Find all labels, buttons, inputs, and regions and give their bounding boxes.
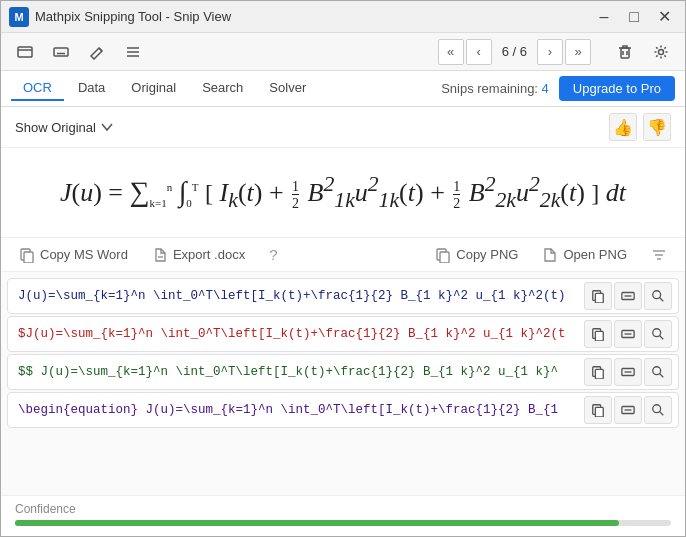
nav-count: 6 / 6	[494, 44, 535, 59]
copy-icon	[19, 247, 35, 263]
nav-last-button[interactable]: »	[565, 39, 591, 65]
svg-rect-19	[440, 252, 449, 263]
result-row: \begin{equation} J(u)=\sum_{k=1}^n \int_…	[7, 392, 679, 428]
show-original-bar: Show Original 👍 👎	[1, 107, 685, 148]
svg-rect-42	[595, 407, 603, 417]
svg-rect-16	[24, 252, 33, 263]
copy-png-icon	[435, 247, 451, 263]
confidence-bar-fill	[15, 520, 619, 526]
export-docx-button[interactable]: Export .docx	[148, 245, 249, 265]
title-bar: M Mathpix Snipping Tool - Snip View – □ …	[1, 1, 685, 33]
result-actions-4	[578, 396, 678, 424]
tab-original[interactable]: Original	[119, 76, 188, 101]
filter-icon	[651, 247, 667, 263]
result-row: $J(u)=\sum_{k=1}^n \int_0^T\left[I_k(t)+…	[7, 316, 679, 352]
settings-button[interactable]	[647, 38, 675, 66]
copy-png-label: Copy PNG	[456, 247, 518, 262]
result-text-3: $$ J(u)=\sum_{k=1}^n \int_0^T\left[I_k(t…	[8, 357, 578, 387]
nav-controls: « ‹ 6 / 6 › »	[438, 39, 591, 65]
result-search-2[interactable]	[644, 320, 672, 348]
tab-ocr[interactable]: OCR	[11, 76, 64, 101]
open-png-label: Open PNG	[563, 247, 627, 262]
copy-png-button[interactable]: Copy PNG	[431, 245, 522, 265]
edit-button[interactable]	[83, 38, 111, 66]
delete-button[interactable]	[611, 38, 639, 66]
nav-prev-button[interactable]: ‹	[466, 39, 492, 65]
toolbar-right	[611, 38, 675, 66]
result-actions-3	[578, 358, 678, 386]
toolbar: « ‹ 6 / 6 › »	[1, 33, 685, 71]
svg-line-34	[660, 336, 664, 340]
copy-ms-word-button[interactable]: Copy MS Word	[15, 245, 132, 265]
svg-point-27	[653, 291, 661, 299]
open-png-icon	[542, 247, 558, 263]
svg-line-28	[660, 298, 664, 302]
result-actions-1	[578, 282, 678, 310]
svg-rect-30	[595, 331, 603, 341]
result-search-3[interactable]	[644, 358, 672, 386]
result-copy-1[interactable]	[584, 282, 612, 310]
tabs-bar: OCR Data Original Search Solver Snips re…	[1, 71, 685, 107]
svg-line-46	[660, 412, 664, 416]
export-docx-label: Export .docx	[173, 247, 245, 262]
thumbs-up-button[interactable]: 👍	[609, 113, 637, 141]
action-bar-right: Copy PNG Open PNG	[431, 245, 671, 265]
window-controls: – □ ✕	[591, 4, 677, 30]
thumbs-down-button[interactable]: 👎	[643, 113, 671, 141]
chevron-down-icon	[100, 120, 114, 134]
math-formula: J(u) = ∑k=1n ∫0T [ Ik(t) + 12 B21ku21k(t…	[60, 169, 626, 215]
svg-rect-36	[595, 369, 603, 379]
open-png-button[interactable]: Open PNG	[538, 245, 631, 265]
result-keyboard-3[interactable]	[614, 358, 642, 386]
maximize-button[interactable]: □	[621, 4, 647, 30]
nav-next-button[interactable]: ›	[537, 39, 563, 65]
app-icon-letter: M	[14, 11, 23, 23]
window-title: Mathpix Snipping Tool - Snip View	[35, 9, 591, 24]
results-list: J(u)=\sum_{k=1}^n \int_0^T\left[I_k(t)+\…	[1, 272, 685, 495]
show-original-toggle[interactable]: Show Original	[15, 120, 114, 135]
help-button[interactable]: ?	[265, 244, 281, 265]
result-text-4: \begin{equation} J(u)=\sum_{k=1}^n \int_…	[8, 395, 578, 425]
result-row: J(u)=\sum_{k=1}^n \int_0^T\left[I_k(t)+\…	[7, 278, 679, 314]
svg-point-33	[653, 329, 661, 337]
snips-count: 4	[542, 81, 549, 96]
confidence-bar-background	[15, 520, 671, 526]
svg-point-14	[659, 49, 664, 54]
close-button[interactable]: ✕	[651, 4, 677, 30]
result-actions-2	[578, 320, 678, 348]
svg-rect-24	[595, 293, 603, 303]
result-copy-4[interactable]	[584, 396, 612, 424]
svg-point-39	[653, 367, 661, 375]
result-row: $$ J(u)=\sum_{k=1}^n \int_0^T\left[I_k(t…	[7, 354, 679, 390]
app-icon: M	[9, 7, 29, 27]
svg-rect-0	[18, 47, 32, 57]
svg-rect-2	[54, 48, 68, 56]
result-keyboard-2[interactable]	[614, 320, 642, 348]
minimize-button[interactable]: –	[591, 4, 617, 30]
math-display: J(u) = ∑k=1n ∫0T [ Ik(t) + 12 B21ku21k(t…	[1, 148, 685, 238]
confidence-section: Confidence	[1, 495, 685, 536]
upgrade-button[interactable]: Upgrade to Pro	[559, 76, 675, 101]
tab-data[interactable]: Data	[66, 76, 117, 101]
result-copy-2[interactable]	[584, 320, 612, 348]
snip-screen-button[interactable]	[11, 38, 39, 66]
export-icon	[152, 247, 168, 263]
keyboard-button[interactable]	[47, 38, 75, 66]
result-search-1[interactable]	[644, 282, 672, 310]
tab-search[interactable]: Search	[190, 76, 255, 101]
action-bar: Copy MS Word Export .docx ? Copy PNG	[1, 238, 685, 272]
snips-remaining: Snips remaining: 4	[441, 81, 549, 96]
copy-ms-word-label: Copy MS Word	[40, 247, 128, 262]
nav-first-button[interactable]: «	[438, 39, 464, 65]
result-keyboard-1[interactable]	[614, 282, 642, 310]
main-window: M Mathpix Snipping Tool - Snip View – □ …	[0, 0, 686, 537]
result-search-4[interactable]	[644, 396, 672, 424]
svg-line-7	[99, 48, 102, 51]
menu-button[interactable]	[119, 38, 147, 66]
filter-button[interactable]	[647, 245, 671, 265]
result-keyboard-4[interactable]	[614, 396, 642, 424]
tab-solver[interactable]: Solver	[257, 76, 318, 101]
feedback-buttons: 👍 👎	[609, 113, 671, 141]
result-text-1: J(u)=\sum_{k=1}^n \int_0^T\left[I_k(t)+\…	[8, 281, 578, 311]
result-copy-3[interactable]	[584, 358, 612, 386]
